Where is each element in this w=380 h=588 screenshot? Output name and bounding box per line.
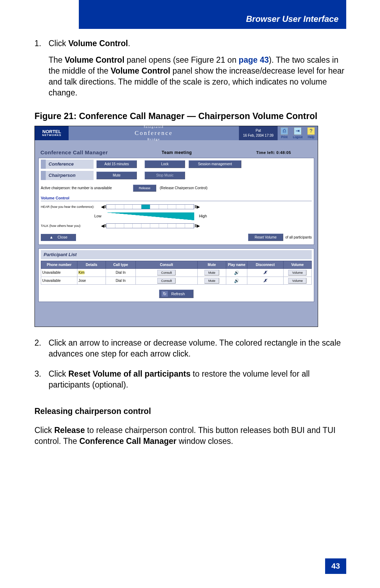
col-playname: Play name — [226, 261, 247, 269]
add-15-minutes-button[interactable]: Add 15 minutes — [96, 160, 137, 168]
hear-scale — [106, 204, 194, 209]
participant-list-title: Participant List — [41, 250, 312, 259]
reset-volume-text: of all participants — [285, 235, 312, 240]
disconnect-icon[interactable]: ✗ — [263, 270, 267, 275]
mute-all-button[interactable]: Mute — [96, 172, 137, 179]
close-button[interactable]: ▲ Close — [41, 234, 76, 241]
releasing-chairperson-paragraph: Click Release to release chairperson con… — [34, 425, 347, 447]
page-content: 1. Click Volume Control. The Volume Cont… — [34, 38, 347, 455]
nortel-logo: NORTEL NETWORKS — [35, 126, 69, 140]
col-mute: Mute — [197, 261, 226, 269]
step-1-number: 1. — [34, 38, 49, 104]
volume-control-title: Volume Control — [41, 196, 312, 201]
step-2: 2. Click an arrow to increase or decreas… — [34, 338, 347, 365]
figure-caption: Figure 21: Conference Call Manager — Cha… — [34, 110, 347, 122]
conference-label: Conference — [41, 160, 94, 169]
session-management-button[interactable]: Session management — [189, 160, 241, 168]
hear-increase-arrow-icon[interactable]: Ⅱ▶ — [194, 204, 200, 209]
mute-button[interactable]: Mute — [204, 270, 219, 276]
ccm-header: Conference Call Manager Team meeting Tim… — [38, 147, 314, 158]
col-disconnect: Disconnect — [247, 261, 283, 269]
col-details: Details — [77, 261, 106, 269]
refresh-button[interactable]: ↻ Refresh — [159, 290, 194, 298]
lock-button[interactable]: Lock — [145, 160, 185, 168]
active-chairperson-note: Active chairperson: the number is unavai… — [41, 186, 132, 191]
logout-button[interactable]: ⇥Logout — [291, 126, 304, 140]
refresh-icon: ↻ — [162, 291, 168, 297]
printer-icon: ⎙ — [280, 127, 288, 135]
page-link-43[interactable]: page 43 — [239, 55, 269, 64]
table-row: Unavailable Kim Dial In Consult Mute 🔊 ✗… — [41, 269, 312, 277]
col-volume: Volume — [283, 261, 311, 269]
help-icon: ? — [307, 127, 315, 135]
page-number: 43 — [325, 558, 346, 574]
conference-panel: Conference Add 15 minutes Lock Session m… — [38, 158, 314, 245]
step-1b: The Volume Control panel opens (see Figu… — [49, 55, 347, 98]
talk-decrease-arrow-icon[interactable]: ◀Ⅱ — [101, 223, 106, 228]
details-kim: Kim — [78, 271, 84, 274]
table-row: Unavailable Jose Dial In Consult Mute 🔊 … — [41, 277, 312, 285]
consult-button[interactable]: Consult — [157, 278, 176, 284]
talk-increase-arrow-icon[interactable]: Ⅱ▶ — [194, 223, 200, 228]
volume-button[interactable]: Volume — [288, 270, 306, 276]
talk-scale — [106, 223, 194, 228]
col-consult: Consult — [135, 261, 197, 269]
volume-wedge: Low High — [106, 212, 194, 220]
talk-volume-row: TALK (how others hear you): ◀Ⅱ Ⅱ▶ — [41, 222, 312, 229]
volume-button[interactable]: Volume — [288, 278, 306, 284]
time-left: Time left: 0:48:05 — [256, 150, 291, 155]
speaker-icon[interactable]: 🔊 — [234, 278, 239, 283]
stop-music-button[interactable]: Stop Music — [145, 172, 185, 179]
col-calltype: Call type — [106, 261, 135, 269]
step-1: 1. Click Volume Control. The Volume Cont… — [34, 38, 347, 104]
figure-21-screenshot: NORTEL NETWORKS Integrated Conference Br… — [34, 126, 318, 327]
participant-table: Phone number Details Call type Consult M… — [41, 261, 312, 285]
meeting-name: Team meeting — [162, 150, 192, 155]
step-3: 3. Click Reset Volume of all participant… — [34, 369, 347, 396]
col-phone: Phone number — [41, 261, 77, 269]
participant-panel: Participant List Phone number Details Ca… — [38, 248, 314, 302]
releasing-chairperson-heading: Releasing chairperson control — [34, 406, 347, 417]
print-button[interactable]: ⎙Print — [278, 126, 291, 140]
consult-button[interactable]: Consult — [157, 270, 176, 276]
section-header: Browser User Interface — [79, 0, 346, 29]
release-button[interactable]: Release — [133, 185, 156, 192]
logout-icon: ⇥ — [294, 127, 302, 135]
app-top-bar: NORTEL NETWORKS Integrated Conference Br… — [35, 126, 318, 140]
speaker-icon[interactable]: 🔊 — [234, 270, 239, 275]
disconnect-icon[interactable]: ✗ — [263, 278, 267, 283]
reset-volume-button[interactable]: Reset Volume — [248, 234, 283, 241]
chairperson-label: Chairperson — [41, 171, 94, 180]
hear-decrease-arrow-icon[interactable]: ◀Ⅱ — [101, 204, 106, 209]
step-1a: Click Volume Control. — [49, 38, 347, 49]
help-button[interactable]: ?Help — [304, 126, 318, 140]
hear-volume-row: HEAR (how you hear the conference): ◀Ⅱ Ⅱ… — [41, 203, 312, 210]
app-title: Integrated Conference Bridge — [69, 126, 239, 140]
release-note: (Release Chairperson Control) — [160, 186, 208, 191]
user-box: Pat 16 Feb, 2004 17:39 — [239, 126, 278, 140]
chevron-up-icon: ▲ — [49, 235, 53, 240]
mute-button[interactable]: Mute — [204, 278, 219, 284]
